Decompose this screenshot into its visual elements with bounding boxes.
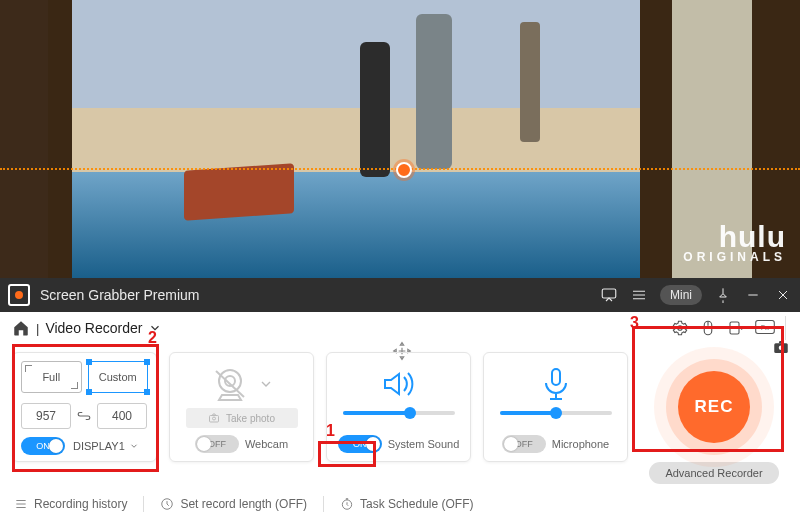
svg-text:F□: F□ <box>761 324 769 331</box>
speaker-icon <box>379 367 419 401</box>
menu-icon[interactable] <box>630 286 648 304</box>
footer-bar: Recording history Set record length (OFF… <box>0 487 800 521</box>
pin-icon[interactable] <box>714 286 732 304</box>
record-label: REC <box>695 397 734 417</box>
selection-anchor[interactable] <box>396 162 412 178</box>
system-sound-card: ON System Sound <box>326 352 471 462</box>
take-photo-button: Take photo <box>186 408 298 428</box>
svg-rect-8 <box>210 416 219 423</box>
system-sound-slider[interactable] <box>343 411 455 415</box>
microphone-toggle[interactable]: OFF <box>502 435 546 453</box>
record-button[interactable]: REC <box>678 371 750 443</box>
microphone-card: OFF Microphone <box>483 352 628 462</box>
microphone-slider[interactable] <box>500 411 612 415</box>
webcam-label: Webcam <box>245 438 288 450</box>
microphone-label: Microphone <box>552 438 609 450</box>
take-photo-label: Take photo <box>226 413 275 424</box>
feedback-icon[interactable] <box>600 286 618 304</box>
home-icon[interactable] <box>12 319 30 337</box>
record-length-label: Set record length (OFF) <box>180 497 307 511</box>
display-area-card: Full Custom ON DISPLAY1 <box>12 352 157 462</box>
task-schedule-label: Task Schedule (OFF) <box>360 497 473 511</box>
svg-rect-10 <box>552 369 560 385</box>
webcam-toggle[interactable]: OFF <box>195 435 239 453</box>
mouse-icon[interactable] <box>699 319 717 337</box>
svg-rect-3 <box>730 322 739 334</box>
full-screen-button[interactable]: Full <box>21 361 82 393</box>
mini-mode-button[interactable]: Mini <box>660 285 702 305</box>
mode-toolbar: | Video Recorder F□ <box>0 312 800 342</box>
app-titlebar: Screen Grabber Premium Mini <box>0 278 800 312</box>
advanced-recorder-label: Advanced Recorder <box>665 467 762 479</box>
svg-point-9 <box>213 417 216 420</box>
app-logo-icon <box>8 284 30 306</box>
microphone-icon <box>539 367 573 403</box>
full-label: Full <box>42 371 60 383</box>
width-input[interactable] <box>21 403 71 429</box>
height-input[interactable] <box>97 403 147 429</box>
recording-history-button[interactable]: Recording history <box>14 497 127 511</box>
minimize-icon[interactable] <box>744 286 762 304</box>
svg-point-1 <box>678 326 683 331</box>
task-schedule-button[interactable]: Task Schedule (OFF) <box>340 497 473 511</box>
record-length-button[interactable]: Set record length (OFF) <box>160 497 307 511</box>
recording-history-label: Recording history <box>34 497 127 511</box>
custom-area-button[interactable]: Custom <box>88 361 149 393</box>
system-sound-toggle[interactable]: ON <box>338 435 382 453</box>
follow-cursor-icon[interactable]: F□ <box>755 319 773 337</box>
app-title: Screen Grabber Premium <box>40 287 600 303</box>
breadcrumb-separator: | <box>36 321 39 336</box>
svg-point-6 <box>219 370 241 392</box>
display-toggle[interactable]: ON <box>21 437 65 455</box>
system-sound-label: System Sound <box>388 438 460 450</box>
advanced-recorder-button[interactable]: Advanced Recorder <box>649 462 778 484</box>
webcam-card: Take photo OFF Webcam <box>169 352 314 462</box>
custom-label: Custom <box>99 371 137 383</box>
export-icon[interactable] <box>727 319 745 337</box>
screenshot-icon[interactable] <box>772 338 790 356</box>
webcam-icon <box>210 367 250 401</box>
lock-ratio-icon[interactable] <box>77 409 91 423</box>
recording-preview: hulu ORIGINALS <box>0 0 800 278</box>
close-icon[interactable] <box>774 286 792 304</box>
display-name-label: DISPLAY1 <box>73 440 125 452</box>
mode-tab-label[interactable]: Video Recorder <box>45 320 142 336</box>
settings-icon[interactable] <box>671 319 689 337</box>
mode-dropdown-icon[interactable] <box>148 321 162 335</box>
svg-point-12 <box>779 346 784 351</box>
content-watermark: hulu ORIGINALS <box>683 223 786 264</box>
webcam-dropdown-icon[interactable] <box>258 376 274 392</box>
display-select[interactable]: DISPLAY1 <box>73 440 139 452</box>
